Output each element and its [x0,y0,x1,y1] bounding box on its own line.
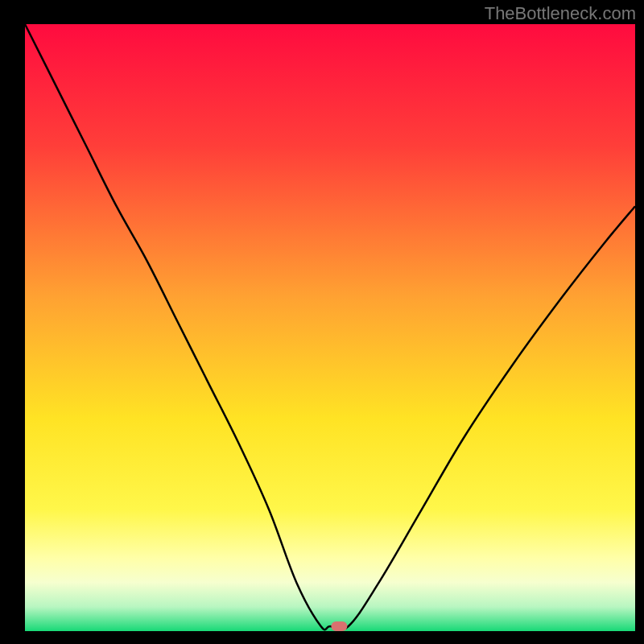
attribution-text: TheBottleneck.com [485,3,636,24]
plot-background [25,24,635,631]
optimal-marker [331,621,347,631]
bottleneck-chart [0,0,644,644]
chart-container: TheBottleneck.com [0,0,644,644]
